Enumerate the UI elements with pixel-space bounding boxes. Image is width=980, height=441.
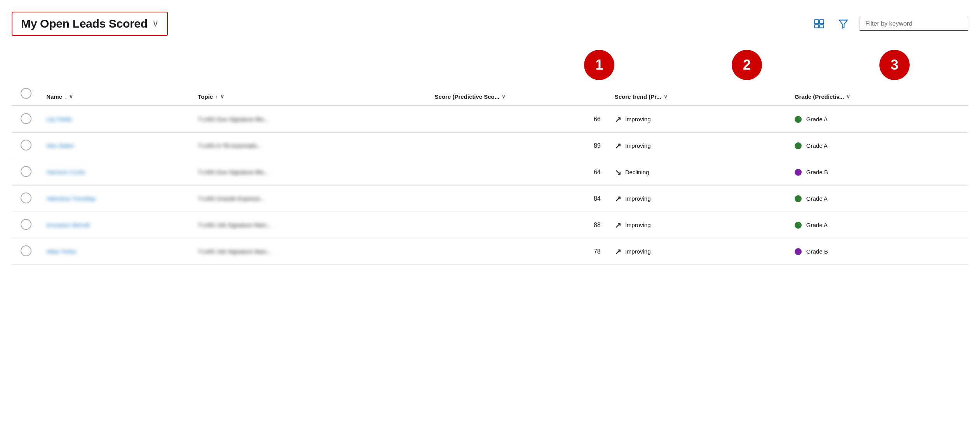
col-header-score[interactable]: Score (Predictive Sco... ∨ — [429, 82, 609, 106]
row-score-cell: 84 — [429, 186, 609, 212]
row-grade-cell: Grade A — [788, 133, 968, 159]
score-value: 88 — [594, 222, 601, 228]
row-checkbox-cell[interactable] — [12, 212, 40, 238]
annotation-circle-1: 1 — [584, 50, 614, 80]
annotations-container: 1 2 3 — [525, 50, 968, 80]
row-name-cell: Annaston Berndt — [40, 212, 192, 238]
trend-label: Improving — [625, 248, 651, 255]
svg-rect-1 — [820, 20, 824, 24]
score-value: 84 — [594, 195, 601, 202]
lead-topic: T-LMS Job Signature Marc... — [198, 248, 272, 255]
row-grade-cell: Grade A — [788, 106, 968, 133]
score-value: 78 — [594, 248, 601, 255]
trend-arrow-icon: ↗ — [615, 141, 621, 150]
topic-chevron-icon: ∨ — [220, 94, 224, 100]
row-score-cell: 64 — [429, 159, 609, 186]
view-title-box[interactable]: My Open Leads Scored ∨ — [12, 12, 168, 36]
row-score-cell: 88 — [429, 212, 609, 238]
filter-input[interactable] — [865, 20, 963, 27]
table-row: Harrison Curtis T-LMS Due Signature Blu.… — [12, 159, 968, 186]
col-header-grade[interactable]: Grade (Predictiv... ∨ — [788, 82, 968, 106]
row-grade-cell: Grade B — [788, 159, 968, 186]
grade-dot — [795, 169, 802, 176]
row-trend-cell: ↗ Improving — [609, 186, 788, 212]
lead-topic: T-LMS Due Signature Blu... — [198, 169, 269, 175]
row-score-cell: 78 — [429, 238, 609, 265]
score-value: 66 — [594, 116, 601, 122]
annotation-circle-2: 2 — [732, 50, 762, 80]
row-checkbox-cell[interactable] — [12, 159, 40, 186]
row-checkbox-cell[interactable] — [12, 106, 40, 133]
grade-dot — [795, 116, 802, 123]
title-chevron-icon: ∨ — [152, 19, 159, 29]
name-chevron-icon: ∨ — [69, 94, 73, 100]
row-checkbox[interactable] — [21, 245, 31, 256]
header: My Open Leads Scored ∨ — [12, 8, 968, 44]
grade-label: Grade A — [806, 142, 828, 149]
trend-arrow-icon: ↗ — [615, 194, 621, 203]
row-name-cell: Atlas Timko — [40, 238, 192, 265]
row-name-cell: Alex Baker — [40, 133, 192, 159]
row-score-cell: 66 — [429, 106, 609, 133]
leads-table: Name ↓ ∨ Topic ↑ ∨ S — [12, 82, 968, 265]
table-body: Lily Fields T-LMS Due Signature Blu... 6… — [12, 106, 968, 265]
row-grade-cell: Grade A — [788, 186, 968, 212]
row-checkbox[interactable] — [21, 113, 31, 124]
row-checkbox[interactable] — [21, 219, 31, 230]
filter-icon — [838, 18, 849, 29]
lead-topic: T-LMS Job Signature Marc... — [198, 222, 272, 228]
topic-sort-icon: ↑ — [215, 94, 218, 100]
lead-name-link[interactable]: Valentina Tremblay — [46, 195, 96, 202]
lead-name-link[interactable]: Annaston Berndt — [46, 222, 90, 228]
trend-label: Declining — [625, 169, 649, 175]
row-trend-cell: ↗ Improving — [609, 238, 788, 265]
trend-label: Improving — [625, 142, 651, 149]
table-wrapper: Name ↓ ∨ Topic ↑ ∨ S — [12, 82, 968, 265]
grade-chevron-icon: ∨ — [846, 94, 850, 100]
filter-button[interactable] — [835, 16, 851, 32]
row-checkbox-cell[interactable] — [12, 238, 40, 265]
row-grade-cell: Grade B — [788, 238, 968, 265]
trend-label: Improving — [625, 116, 651, 122]
grade-label: Grade B — [806, 169, 828, 175]
score-value: 89 — [594, 142, 601, 149]
score-value: 64 — [594, 169, 601, 175]
select-all-checkbox[interactable] — [21, 88, 31, 99]
grade-dot — [795, 195, 802, 202]
grade-label: Grade A — [806, 222, 828, 228]
col-header-trend[interactable]: Score trend (Pr... ∨ — [609, 82, 788, 106]
grade-label: Grade B — [806, 248, 828, 255]
row-checkbox-cell[interactable] — [12, 133, 40, 159]
row-name-cell: Valentina Tremblay — [40, 186, 192, 212]
grade-label: Grade A — [806, 195, 828, 202]
row-topic-cell: T-LMS Due Signature Blu... — [192, 106, 428, 133]
row-topic-cell: T-LMS Due Signature Blu... — [192, 159, 428, 186]
row-checkbox[interactable] — [21, 166, 31, 177]
row-checkbox[interactable] — [21, 140, 31, 150]
trend-arrow-icon: ↗ — [615, 247, 621, 256]
trend-arrow-icon: ↗ — [615, 115, 621, 124]
col-header-topic[interactable]: Topic ↑ ∨ — [192, 82, 428, 106]
grade-label: Grade A — [806, 116, 828, 122]
trend-arrow-icon: ↗ — [615, 220, 621, 230]
row-grade-cell: Grade A — [788, 212, 968, 238]
layout-button[interactable] — [811, 16, 827, 32]
lead-name-link[interactable]: Alex Baker — [46, 142, 75, 149]
row-checkbox[interactable] — [21, 192, 31, 203]
lead-name-link[interactable]: Harrison Curtis — [46, 169, 85, 175]
table-row: Atlas Timko T-LMS Job Signature Marc... … — [12, 238, 968, 265]
svg-rect-3 — [820, 24, 824, 28]
layout-icon — [814, 18, 825, 29]
lead-name-link[interactable]: Atlas Timko — [46, 248, 77, 255]
row-trend-cell: ↗ Improving — [609, 133, 788, 159]
trend-label: Improving — [625, 195, 651, 202]
col-header-name[interactable]: Name ↓ ∨ — [40, 82, 192, 106]
table-row: Lily Fields T-LMS Due Signature Blu... 6… — [12, 106, 968, 133]
svg-rect-0 — [814, 20, 819, 24]
row-checkbox-cell[interactable] — [12, 186, 40, 212]
row-name-cell: Harrison Curtis — [40, 159, 192, 186]
lead-topic: T-LMS Due Signature Blu... — [198, 116, 269, 122]
col-header-checkbox[interactable] — [12, 82, 40, 106]
name-sort-icon: ↓ — [65, 94, 67, 100]
lead-name-link[interactable]: Lily Fields — [46, 116, 72, 122]
